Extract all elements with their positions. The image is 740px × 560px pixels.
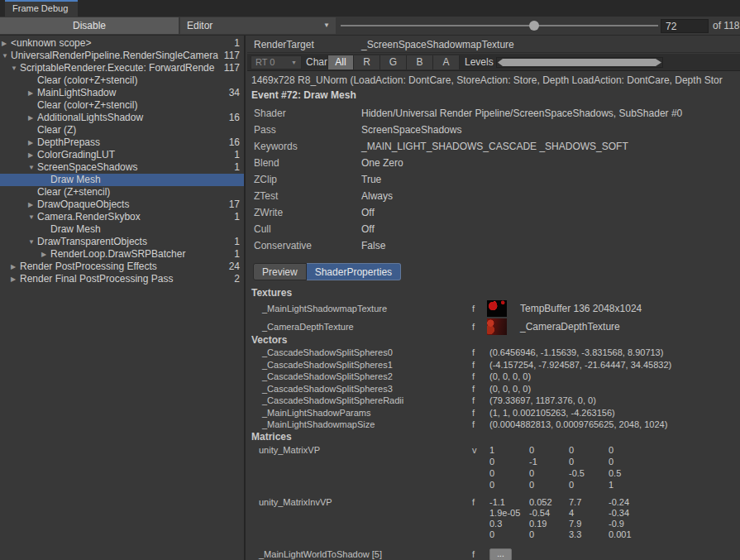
tree-arrow-icon[interactable]: ▼ bbox=[2, 50, 11, 62]
tree-arrow-icon[interactable]: ▶ bbox=[11, 273, 20, 285]
depth-texture-thumbnail[interactable] bbox=[487, 318, 507, 335]
tab-shader-properties[interactable]: ShaderProperties bbox=[307, 263, 401, 280]
levels-range-slider[interactable] bbox=[496, 57, 663, 68]
tree-row-count: 1 bbox=[234, 37, 244, 50]
tab-strip: Frame Debug bbox=[0, 0, 740, 17]
property-label: ZTest bbox=[254, 188, 278, 204]
tree-row[interactable]: ▶DepthPrepass16 bbox=[0, 136, 244, 149]
vector-name: _CascadeShadowSplitSpheres2 bbox=[262, 371, 393, 383]
tree-row[interactable]: ▼ScriptableRenderer.Execute: ForwardRend… bbox=[0, 62, 244, 74]
frame-slider-knob[interactable] bbox=[529, 21, 539, 31]
tree-row[interactable]: ▼UniversalRenderPipeline.RenderSingleCam… bbox=[0, 50, 244, 62]
tree-row-label: Draw Mesh bbox=[50, 174, 240, 186]
channels-bar: RT 0 ▼ Channels All R G B A Levels bbox=[247, 54, 740, 71]
vector-row: _MainLightShadowParamsf(1, 1, 0.00210526… bbox=[247, 407, 740, 419]
tree-row[interactable]: Clear (Z+stencil) bbox=[0, 186, 244, 199]
event-detail-panel: RenderTarget _ScreenSpaceShadowmapTextur… bbox=[247, 36, 740, 560]
tree-row-count: 117 bbox=[224, 62, 244, 74]
channel-g-button[interactable]: G bbox=[380, 55, 407, 69]
tree-row[interactable]: ▼DrawTransparentObjects1 bbox=[0, 236, 244, 248]
tree-row-label: Clear (color+Z+stencil) bbox=[37, 99, 240, 112]
property-value: Always bbox=[361, 188, 393, 204]
matrix-type: f bbox=[472, 548, 475, 560]
tree-row[interactable]: ▶MainLightShadow34 bbox=[0, 87, 244, 99]
textures-section: Textures _MainLightShadowmapTexture f Te… bbox=[247, 286, 740, 336]
vector-value: (79.33697, 1187.376, 0, 0) bbox=[489, 395, 596, 407]
tree-arrow-icon[interactable]: ▶ bbox=[41, 248, 50, 261]
tree-row[interactable]: ▼Camera.RenderSkybox1 bbox=[0, 211, 244, 223]
tree-row[interactable]: ▶AdditionalLightsShadow16 bbox=[0, 112, 244, 124]
matrix-cell: 0 bbox=[489, 479, 529, 491]
expand-matrix-array-button[interactable]: ... bbox=[489, 548, 512, 560]
tree-row[interactable]: Clear (Z) bbox=[0, 124, 244, 136]
tree-row-label: UniversalRenderPipeline.RenderSingleCame… bbox=[11, 50, 224, 62]
frame-slider[interactable] bbox=[341, 17, 658, 35]
tree-row-count: 17 bbox=[229, 199, 244, 211]
matrix-cell: -1.1 bbox=[489, 497, 529, 508]
tree-row[interactable]: Clear (color+Z+stencil) bbox=[0, 74, 244, 87]
texture-row: _MainLightShadowmapTexture f TempBuffer … bbox=[247, 299, 740, 318]
matrix-cell: -1 bbox=[529, 456, 569, 467]
channel-a-button[interactable]: A bbox=[433, 55, 460, 69]
tree-row-count: 117 bbox=[224, 50, 244, 62]
tree-arrow-icon[interactable]: ▶ bbox=[28, 149, 37, 161]
property-row: ZClipTrue bbox=[247, 171, 740, 188]
tree-row[interactable]: ▼ScreenSpaceShadows1 bbox=[0, 161, 244, 174]
tree-arrow-icon[interactable]: ▶ bbox=[28, 199, 37, 211]
matrix-cell: 0 bbox=[529, 479, 569, 491]
property-row: CullOff bbox=[247, 221, 740, 237]
channel-r-button[interactable]: R bbox=[354, 55, 380, 69]
vector-name: _MainLightShadowParams bbox=[262, 407, 370, 419]
texture-value: TempBuffer 136 2048x1024 bbox=[520, 299, 642, 318]
tree-arrow-icon[interactable]: ▼ bbox=[28, 211, 37, 223]
matrix-cell: 0 bbox=[529, 467, 569, 479]
vector-type: f bbox=[472, 383, 475, 395]
frame-slider-track[interactable] bbox=[341, 25, 658, 26]
levels-label: Levels bbox=[465, 54, 494, 71]
event-tree[interactable]: ▶<unknown scope>1 ▼UniversalRenderPipeli… bbox=[0, 36, 246, 560]
tab-frame-debug[interactable]: Frame Debug bbox=[5, 0, 78, 17]
disable-button[interactable]: Disable bbox=[0, 17, 179, 34]
target-dropdown-label: Editor bbox=[187, 20, 212, 31]
channel-b-button[interactable]: B bbox=[407, 55, 433, 69]
tree-row[interactable]: Draw Mesh bbox=[0, 223, 244, 236]
tree-row[interactable]: ▶DrawOpaqueObjects17 bbox=[0, 199, 244, 211]
target-dropdown[interactable]: Editor ▼ bbox=[180, 17, 336, 34]
matrix-cell: 1.9e-05 bbox=[489, 508, 529, 519]
tree-row-label: Clear (Z) bbox=[37, 124, 240, 136]
channel-all-button[interactable]: All bbox=[327, 55, 354, 69]
tree-row[interactable]: ▶<unknown scope>1 bbox=[0, 37, 244, 50]
matrix-name: unity_MatrixInvVP bbox=[259, 497, 332, 508]
tree-arrow-icon[interactable]: ▶ bbox=[28, 112, 37, 124]
tree-row[interactable]: ▶Render Final PostProcessing Pass2 bbox=[0, 273, 244, 285]
tree-row-count: 16 bbox=[229, 112, 244, 124]
levels-range-fill[interactable] bbox=[498, 59, 661, 66]
frame-debugger-window: Frame Debug Disable Editor ▼ of 118 ▶<un… bbox=[0, 0, 740, 560]
texture-type: f bbox=[472, 299, 475, 318]
tree-arrow-icon[interactable]: ▶ bbox=[28, 87, 37, 99]
tab-preview[interactable]: Preview bbox=[253, 263, 307, 280]
tree-row-count: 16 bbox=[229, 136, 244, 149]
vector-row: _CascadeShadowSplitSphereRadiif(79.33697… bbox=[247, 395, 740, 407]
tree-arrow-icon[interactable]: ▼ bbox=[28, 236, 37, 248]
vector-name: _CascadeShadowSplitSphereRadii bbox=[262, 395, 403, 407]
property-value: ScreenSpaceShadows bbox=[361, 122, 461, 138]
matrix-cell: 7.9 bbox=[569, 519, 609, 529]
rt-index-dropdown[interactable]: RT 0 ▼ bbox=[251, 55, 302, 69]
tree-row[interactable]: ▶RenderLoop.DrawSRPBatcher1 bbox=[0, 248, 244, 261]
matrix-cell: 0.001 bbox=[609, 529, 648, 540]
frame-number-input[interactable] bbox=[661, 19, 709, 33]
tree-arrow-icon[interactable]: ▼ bbox=[11, 62, 20, 74]
tree-row-label: ColorGradingLUT bbox=[37, 149, 234, 161]
tree-arrow-icon[interactable]: ▶ bbox=[2, 37, 11, 50]
tree-row[interactable]: Clear (color+Z+stencil) bbox=[0, 99, 244, 112]
tree-arrow-icon[interactable]: ▼ bbox=[28, 161, 37, 174]
tree-row-selected[interactable]: Draw Mesh bbox=[0, 174, 244, 186]
tree-row[interactable]: ▶ColorGradingLUT1 bbox=[0, 149, 244, 161]
tree-arrow-icon[interactable]: ▶ bbox=[28, 136, 37, 149]
property-row: ZWriteOff bbox=[247, 204, 740, 221]
tree-arrow-icon[interactable]: ▶ bbox=[11, 261, 20, 273]
shadowmap-thumbnail[interactable] bbox=[487, 300, 507, 317]
tree-row[interactable]: ▶Render PostProcessing Effects24 bbox=[0, 261, 244, 273]
tree-row-count: 24 bbox=[229, 261, 244, 273]
